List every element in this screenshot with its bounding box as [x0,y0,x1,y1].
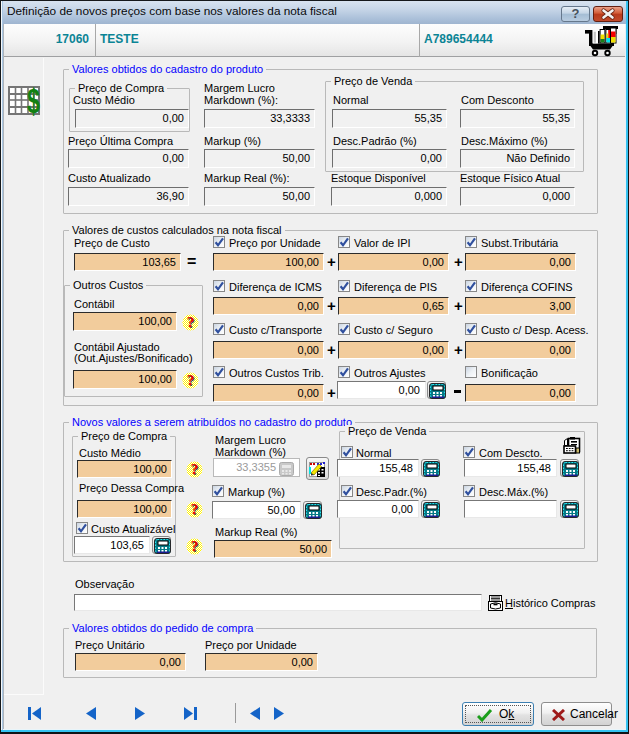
svg-text:?: ? [187,314,195,330]
svg-text:?: ? [191,501,199,517]
svg-text:?: ? [187,372,195,388]
svg-text:?: ? [191,538,199,554]
svg-text:?: ? [191,461,199,477]
svg-text:$: $ [27,83,40,117]
